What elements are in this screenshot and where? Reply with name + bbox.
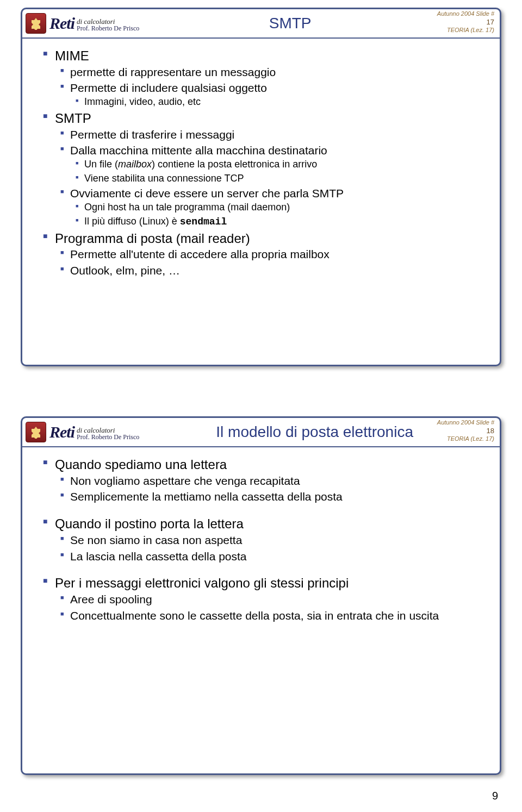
list-item: SMTP Permette di trasferire i messaggi D… bbox=[43, 110, 479, 229]
logo-professor: Prof. Roberto De Prisco bbox=[77, 25, 139, 32]
logo-subtitle: di calcolatori bbox=[77, 427, 139, 434]
list-item: Viene stabilita una connessione TCP bbox=[76, 172, 479, 185]
logo-professor: Prof. Roberto De Prisco bbox=[77, 434, 139, 441]
slide-header: Reti di calcolatori Prof. Roberto De Pri… bbox=[22, 418, 500, 447]
page-number: 9 bbox=[492, 790, 498, 802]
list-item: Quando spediamo una lettera Non vogliamo… bbox=[43, 456, 479, 504]
logo-text: Reti bbox=[49, 15, 74, 32]
logo-block: Reti di calcolatori Prof. Roberto De Pri… bbox=[49, 423, 139, 441]
slide-body: MIME permette di rappresentare un messag… bbox=[22, 39, 500, 290]
list-item: Ovviamente ci deve essere un server che … bbox=[60, 186, 479, 228]
logo-text: Reti bbox=[49, 423, 74, 441]
list-item: permette di rappresentare un messaggio bbox=[60, 65, 479, 80]
slide-meta: Autunno 2004 Slide # 18 TEORIA (Lez. 17) bbox=[437, 419, 494, 443]
list-item: Un file (mailbox) contiene la posta elet… bbox=[76, 158, 479, 171]
list-item: Se non siamo in casa non aspetta bbox=[60, 533, 479, 548]
list-item: Ogni host ha un tale programma (mail dae… bbox=[76, 201, 479, 214]
list-item: Aree di spooling bbox=[60, 592, 479, 607]
list-item: Per i messaggi elettronici valgono gli s… bbox=[43, 574, 479, 623]
university-crest-icon bbox=[26, 422, 46, 442]
meta-slide-number: 18 bbox=[437, 427, 494, 435]
meta-semester: Autunno 2004 Slide # bbox=[437, 419, 494, 427]
list-item: Dalla macchina mittente alla macchina de… bbox=[60, 143, 479, 185]
university-crest-icon bbox=[26, 13, 46, 34]
list-item: Permette di trasferire i messaggi bbox=[60, 127, 479, 142]
list-item: Outlook, elm, pine, … bbox=[60, 263, 479, 278]
meta-lecture: TEORIA (Lez. 17) bbox=[437, 435, 494, 443]
list-item: Quando il postino porta la lettera Se no… bbox=[43, 515, 479, 564]
slide-2: Reti di calcolatori Prof. Roberto De Pri… bbox=[21, 416, 501, 775]
logo-subtitle: di calcolatori bbox=[77, 18, 139, 26]
list-item: Semplicemente la mettiamo nella cassetta… bbox=[60, 489, 479, 504]
meta-lecture: TEORIA (Lez. 17) bbox=[437, 27, 494, 34]
list-item: MIME permette di rappresentare un messag… bbox=[43, 47, 479, 109]
list-item: Concettualmente sono le cassette della p… bbox=[60, 608, 479, 623]
slide-header: Reti di calcolatori Prof. Roberto De Pri… bbox=[22, 9, 500, 39]
slide-1: Reti di calcolatori Prof. Roberto De Pri… bbox=[21, 8, 501, 366]
slide-body: Quando spediamo una lettera Non vogliamo… bbox=[22, 447, 500, 635]
slide-meta: Autunno 2004 Slide # 17 TEORIA (Lez. 17) bbox=[437, 10, 494, 34]
meta-semester: Autunno 2004 Slide # bbox=[437, 10, 494, 18]
logo-block: Reti di calcolatori Prof. Roberto De Pri… bbox=[49, 15, 139, 32]
list-item: Immagini, video, audio, etc bbox=[76, 96, 479, 109]
list-item: Permette all'utente di accedere alla pro… bbox=[60, 247, 479, 262]
list-item: Permette di includere qualsiasi oggetto … bbox=[60, 80, 479, 108]
list-item: Non vogliamo aspettare che venga recapit… bbox=[60, 473, 479, 489]
list-item: La lascia nella cassetta della posta bbox=[60, 549, 479, 564]
meta-slide-number: 17 bbox=[437, 18, 494, 27]
list-item: Programma di posta (mail reader) Permett… bbox=[43, 230, 479, 278]
list-item: Il più diffuso (Linux) è sendmail bbox=[76, 215, 479, 229]
